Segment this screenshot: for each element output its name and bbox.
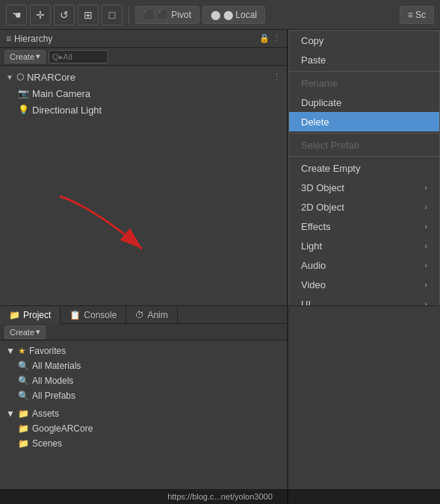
tab-anim[interactable]: ⏱ Anim [126,306,177,324]
lock-icon: 🔒 [259,34,270,43]
menu-item-light[interactable]: Light › [289,236,439,255]
effects-chevron-icon: › [424,222,427,231]
right-panel: ≡ Shade Copy Paste Rename Duplicate [288,30,440,504]
3d-object-chevron-icon: › [424,183,427,192]
toolbar-separator [128,6,129,24]
hierarchy-create-button[interactable]: Create ▾ [4,50,46,63]
local-label: ⬤ Local [223,10,257,20]
hand-tool-icon[interactable]: ☚ [6,4,27,25]
project-panel: 📁 Project 📋 Console ⏱ Anim Create ▾ [0,306,288,504]
anim-tab-label: Anim [147,310,167,320]
red-arrow-svg [45,189,194,279]
2d-object-label: 2D Object [301,202,344,213]
hierarchy-title: Hierarchy [14,34,52,44]
menu-item-3d-object[interactable]: 3D Object › [289,178,439,197]
menu-item-duplicate[interactable]: Duplicate [289,93,439,112]
3d-object-label: 3D Object [301,182,344,193]
tree-item-favorites[interactable]: ▼ ★ Favorites [0,343,287,358]
menu-sep-2 [289,133,439,134]
right-bottom-area [288,306,440,504]
tree-item-googlearcore[interactable]: 📁 GoogleARCore [0,421,287,436]
hierarchy-search-input[interactable] [49,50,108,63]
tab-project[interactable]: 📁 Project [0,306,61,324]
tree-item-all-prefabs[interactable]: 🔍 All Prefabs [0,388,287,403]
scale-tool-icon[interactable]: ⊞ [78,4,99,25]
copy-label: Copy [301,35,323,46]
menu-sep-1 [289,71,439,72]
project-create-arrow-icon: ▾ [36,327,40,337]
ui-chevron-icon: › [424,299,427,306]
duplicate-label: Duplicate [301,97,341,108]
scenes-folder-icon: 📁 [18,438,29,449]
project-tabs: 📁 Project 📋 Console ⏱ Anim [0,306,287,324]
tree-item-all-materials[interactable]: 🔍 All Materials [0,358,287,373]
paste-label: Paste [301,55,326,66]
more-icon: ⋮ [273,34,281,43]
assets-arrow-icon: ▼ [6,408,15,419]
hierarchy-item-directional-light[interactable]: 💡 Directional Light [0,102,287,118]
pivot-label: ⬛ Pivot [158,10,191,20]
menu-item-video[interactable]: Video › [289,275,439,294]
pivot-icon: ⬛ [143,10,155,20]
console-tab-icon: 📋 [69,310,81,320]
rect-tool-icon[interactable]: □ [102,4,123,25]
tab-console[interactable]: 📋 Console [61,306,126,324]
effects-label: Effects [301,221,331,232]
local-button[interactable]: ⬤ ⬤ Local [202,6,265,24]
watermark-text: https://blog.c...net/yolon3000 [167,492,273,501]
hierarchy-item-main-camera[interactable]: 📷 Main Camera [0,85,287,102]
left-panel: ≡ Hierarchy 🔒 ⋮ Create ▾ ▼ ⬡ N [0,30,288,504]
video-chevron-icon: › [424,280,427,289]
assets-folder-icon: 📁 [18,408,29,419]
move-tool-icon[interactable]: ✛ [30,4,51,25]
menu-item-ui[interactable]: UI › [289,294,439,306]
sc-button[interactable]: ≡ Sc [400,6,434,24]
menu-item-copy[interactable]: Copy [289,31,439,50]
main-toolbar: ☚ ✛ ↺ ⊞ □ ⬛ ⬛ Pivot ⬤ ⬤ Local ≡ Sc [0,0,440,30]
menu-sep-3 [289,156,439,157]
light-icon: 💡 [18,105,29,115]
project-create-button[interactable]: Create ▾ [4,326,46,339]
local-icon: ⬤ [211,10,220,20]
create-empty-label: Create Empty [301,163,360,174]
root-arrow-icon: ▼ [6,73,13,81]
menu-item-select-prefab: Select Prefab [289,135,439,155]
create-label: Create [10,52,34,61]
anim-tab-icon: ⏱ [135,310,144,320]
audio-label: Audio [301,260,326,271]
hierarchy-root-item[interactable]: ▼ ⬡ NRARCore ⋮ [0,69,287,85]
context-menu: Copy Paste Rename Duplicate Delete Selec… [288,30,440,306]
menu-item-effects[interactable]: Effects › [289,217,439,236]
menu-item-create-empty[interactable]: Create Empty [289,158,439,178]
menu-item-2d-object[interactable]: 2D Object › [289,197,439,217]
hierarchy-panel: ≡ Hierarchy 🔒 ⋮ Create ▾ ▼ ⬡ N [0,30,288,306]
pivot-button[interactable]: ⬛ ⬛ Pivot [135,6,199,24]
light-menu-label: Light [301,240,322,252]
root-lock-icon: ⋮ [273,72,281,82]
models-label: All Models [32,376,73,386]
menu-item-delete[interactable]: Delete [289,112,439,131]
menu-item-paste[interactable]: Paste [289,50,439,69]
tree-item-assets[interactable]: ▼ 📁 Assets [0,406,287,421]
light-label: Directional Light [32,105,102,116]
project-tab-label: Project [23,310,51,320]
models-search-icon: 🔍 [18,376,29,386]
menu-item-audio[interactable]: Audio › [289,255,439,275]
toolbar-right: ≡ Sc [400,6,434,24]
select-prefab-label: Select Prefab [301,140,359,151]
right-top-area: ≡ Shade Copy Paste Rename Duplicate [288,30,440,306]
project-content: ▼ ★ Favorites 🔍 All Materials 🔍 All Mode… [0,340,287,504]
prefabs-search-icon: 🔍 [18,391,29,401]
tree-item-all-models[interactable]: 🔍 All Models [0,373,287,388]
ui-label: UI [301,299,311,307]
rotate-tool-icon[interactable]: ↺ [54,4,75,25]
video-label: Video [301,279,326,290]
googlear-label: GoogleARCore [32,423,93,434]
main-area: ≡ Hierarchy 🔒 ⋮ Create ▾ ▼ ⬡ N [0,30,440,504]
tree-item-scenes[interactable]: 📁 Scenes [0,436,287,451]
camera-icon: 📷 [18,88,29,99]
rename-label: Rename [301,78,338,89]
project-tab-icon: 📁 [9,310,20,320]
hierarchy-toolbar: Create ▾ [0,48,287,66]
console-tab-label: Console [84,310,117,320]
